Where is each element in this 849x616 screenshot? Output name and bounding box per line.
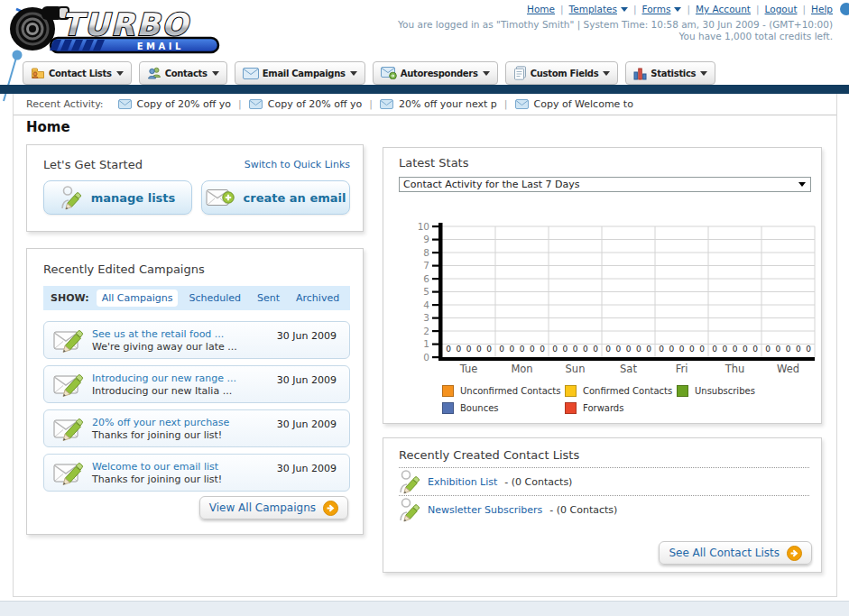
recent-activity-item[interactable]: Copy of Welcome to: [515, 98, 633, 110]
separator: |: [803, 4, 807, 14]
nav-tab-contact-lists[interactable]: Contact Lists: [23, 61, 132, 85]
campaign-subtitle: Thanks for joining our list!: [92, 429, 229, 441]
campaign-subtitle: Introducing our new Italia ...: [92, 385, 236, 397]
contact-list-item: Exhibition List- (0 Contacts): [399, 468, 809, 495]
svg-text:0: 0: [646, 345, 651, 354]
credits-info: You have 1,000 total credits left.: [679, 31, 833, 41]
svg-text:3: 3: [423, 312, 429, 323]
nav-tab-email-campaigns[interactable]: Email Campaigns: [235, 61, 365, 85]
svg-text:E M A I L: E M A I L: [137, 41, 181, 51]
recently-created-contact-lists-panel: Recently Created Contact Lists Exhibitio…: [383, 437, 822, 573]
separator: |: [633, 4, 637, 14]
separator: |: [687, 4, 690, 14]
nav-tab-custom-fields[interactable]: Custom Fields: [505, 61, 619, 85]
envelope-pencil-icon: [53, 327, 84, 354]
chevron-down-icon: [116, 71, 124, 76]
campaign-date: 30 Jun 2009: [277, 418, 337, 430]
svg-text:5: 5: [423, 286, 429, 297]
get-started-panel: Let's Get Started Switch to Quick Links …: [26, 144, 364, 232]
envelope-icon: [249, 99, 263, 109]
svg-text:0: 0: [466, 345, 472, 354]
campaign-title-link[interactable]: Introducing our new range ...: [92, 372, 236, 384]
svg-text:0: 0: [476, 345, 482, 354]
top-link-home[interactable]: Home: [527, 4, 555, 14]
top-link-templates[interactable]: Templates: [569, 4, 628, 14]
campaign-date: 30 Jun 2009: [277, 374, 337, 386]
top-link-logout[interactable]: Logout: [765, 4, 798, 14]
svg-text:0: 0: [775, 345, 780, 354]
campaign-date: 30 Jun 2009: [277, 330, 337, 342]
legend-item: Unconfirmed Contacts: [442, 385, 565, 397]
chevron-down-icon: [483, 71, 490, 76]
svg-text:0: 0: [806, 345, 811, 354]
create-an-email-button[interactable]: create an email: [201, 180, 350, 215]
svg-text:0: 0: [509, 345, 514, 354]
chevron-down-icon: [212, 71, 219, 76]
view-all-campaigns-button[interactable]: View All Campaigns: [199, 496, 348, 519]
nav-tab-contacts[interactable]: Contacts: [139, 61, 227, 85]
campaign-subtitle: We're giving away our late ...: [92, 341, 237, 353]
campaigns-tab-sent[interactable]: Sent: [252, 290, 285, 307]
top-link-my-account[interactable]: My Account: [696, 4, 751, 14]
user-pencil-icon: [60, 185, 82, 211]
legend-item: Bounces: [442, 402, 565, 414]
campaigns-tab-all-campaigns[interactable]: All Campaigns: [97, 290, 179, 307]
svg-text:0: 0: [615, 345, 621, 354]
envelope-pencil-icon: [53, 416, 84, 442]
arrow-circle-icon: [323, 501, 338, 516]
chevron-down-icon: [350, 71, 357, 76]
envelope-icon: [380, 99, 393, 109]
dropdown-arrow-icon: [798, 182, 806, 187]
top-link-forms[interactable]: Forms: [642, 4, 682, 14]
separator: |: [756, 4, 760, 14]
recent-activity-item[interactable]: Copy of 20% off yo: [249, 98, 363, 110]
recent-activity-item[interactable]: Copy of 20% off yo: [118, 98, 232, 110]
contact-list-link[interactable]: Exhibition List: [428, 476, 497, 488]
legend-swatch: [442, 385, 454, 397]
switch-to-quick-links-link[interactable]: Switch to Quick Links: [245, 159, 350, 170]
svg-text:Mon: Mon: [511, 363, 532, 375]
nav-tab-autoresponders[interactable]: Autoresponders: [373, 61, 498, 85]
campaign-title-link[interactable]: Welcome to our email list: [92, 461, 222, 473]
campaign-title-link[interactable]: See us at the retail food ...: [92, 328, 237, 340]
svg-text:0: 0: [499, 345, 504, 354]
chart-legend: Unconfirmed ContactsConfirmed ContactsUn…: [442, 385, 755, 414]
svg-text:0: 0: [659, 345, 664, 354]
svg-text:1: 1: [423, 338, 429, 349]
separator: |: [369, 98, 373, 110]
svg-text:0: 0: [626, 345, 632, 354]
svg-text:7: 7: [423, 260, 429, 271]
manage-lists-button[interactable]: manage lists: [43, 180, 192, 215]
pages-icon: [513, 66, 527, 80]
legend-swatch: [442, 402, 454, 414]
contact-list-link[interactable]: Newsletter Subscribers: [428, 504, 542, 516]
see-all-contact-lists-button[interactable]: See All Contact Lists: [659, 541, 812, 565]
top-link-help[interactable]: Help: [811, 4, 833, 14]
get-started-title: Let's Get Started: [43, 158, 143, 171]
recent-activity-label: Recent Activity:: [26, 98, 104, 110]
svg-text:6: 6: [423, 273, 429, 284]
campaign-title-link[interactable]: 20% off your next purchase: [92, 417, 229, 428]
campaigns-tab-archived[interactable]: Archived: [291, 290, 345, 307]
legend-swatch: [565, 385, 577, 397]
svg-text:0: 0: [552, 345, 558, 354]
svg-text:0: 0: [722, 345, 727, 354]
user-pencil-icon: [399, 497, 420, 523]
legend-item: Confirmed Contacts: [565, 385, 677, 397]
svg-text:0: 0: [699, 345, 705, 354]
svg-text:0: 0: [540, 345, 545, 354]
main-nav-tabs: Contact ListsContactsEmail CampaignsAuto…: [23, 61, 715, 85]
campaigns-tab-scheduled[interactable]: Scheduled: [183, 290, 246, 307]
envelope-arrow-icon: [381, 67, 397, 79]
footer-bar: [0, 601, 849, 616]
arrow-circle-icon: [787, 546, 802, 561]
chevron-down-icon: [674, 7, 681, 12]
legend-item: Forwards: [565, 402, 677, 414]
svg-text:0: 0: [605, 345, 611, 354]
svg-text:0: 0: [530, 345, 535, 354]
nav-tab-statistics[interactable]: Statistics: [625, 61, 715, 85]
svg-text:0: 0: [679, 345, 685, 354]
campaign-item: See us at the retail food ...We're givin…: [43, 321, 350, 359]
recent-activity-item[interactable]: 20% off your next p: [380, 98, 497, 110]
stats-activity-dropdown[interactable]: Contact Activity for the Last 7 Days: [399, 177, 811, 192]
